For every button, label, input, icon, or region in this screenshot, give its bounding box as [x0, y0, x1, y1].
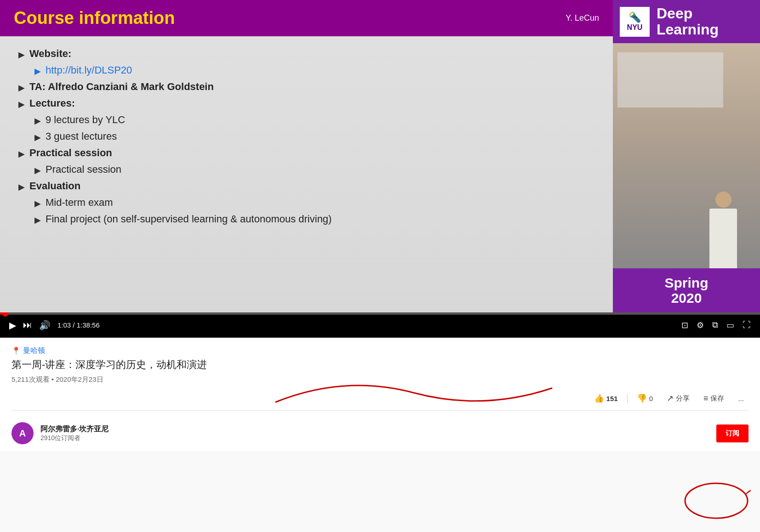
- arrow-icon: ▶: [18, 83, 25, 93]
- share-button[interactable]: ↗ 分享: [662, 391, 694, 406]
- lectures-guest: 3 guest lectures: [46, 130, 117, 142]
- final-project-text: Final project (on self-supervised learni…: [46, 213, 331, 225]
- video-player: Course information Y. LeCun ▶ Website: ▶…: [0, 0, 760, 338]
- slide-item-final: ▶ Final project (on self-supervised lear…: [34, 213, 594, 225]
- video-meta: 5,211次观看 • 2020年2月23日: [11, 375, 749, 384]
- nyu-header: 🔦 NYU Deep Learning: [613, 0, 760, 43]
- slide-header: Course information Y. LeCun: [0, 0, 613, 36]
- progress-bar[interactable]: [0, 312, 760, 315]
- location-pin-icon: 📍: [11, 346, 21, 355]
- torch-icon: 🔦: [629, 11, 641, 23]
- slide-item-evaluation: ▶ Evaluation: [18, 180, 594, 192]
- lecture-video-thumbnail: [613, 43, 760, 268]
- upload-date: 2020年2月23日: [56, 375, 103, 383]
- save-label: 保存: [710, 394, 724, 403]
- slide-body: ▶ Website: ▶ http://bit.ly/DLSP20 ▶ TA: …: [0, 36, 613, 312]
- settings-icon[interactable]: ⚙: [697, 320, 704, 330]
- arrow-icon: ▶: [34, 198, 41, 209]
- channel-avatar: A: [11, 422, 34, 444]
- location-text: 曼哈顿: [23, 346, 45, 356]
- play-button[interactable]: ▶: [9, 320, 16, 331]
- view-count: 5,211次观看: [11, 375, 50, 383]
- tuesday-evenings: Practical session: [46, 164, 121, 175]
- share-label: 分享: [676, 394, 690, 403]
- video-content: Course information Y. LeCun ▶ Website: ▶…: [0, 0, 760, 312]
- slide-item-practical: ▶ Practical session: [18, 147, 594, 159]
- arrow-icon: ▶: [18, 182, 25, 192]
- slide-item-lectures: ▶ Lectures:: [18, 97, 594, 109]
- arrow-icon: ▶: [34, 116, 41, 126]
- slide-item-website: ▶ Website:: [18, 48, 594, 60]
- video-bg: [613, 43, 760, 268]
- arrow-icon: ▶: [34, 215, 41, 225]
- volume-button[interactable]: 🔊: [39, 320, 51, 331]
- nyu-logo: 🔦 NYU: [620, 7, 650, 37]
- slide-item-3guest: ▶ 3 guest lectures: [34, 130, 594, 142]
- more-button[interactable]: ...: [733, 392, 749, 405]
- slide-area: Course information Y. LeCun ▶ Website: ▶…: [0, 0, 613, 312]
- subscribe-label: 订阅: [726, 429, 739, 437]
- time-display: 1:03 / 1:38:56: [57, 321, 100, 329]
- slide-item-9lec: ▶ 9 lectures by YLC: [34, 114, 594, 126]
- right-controls: ⊡ ⚙ ⧉ ▭ ⛶: [681, 320, 751, 330]
- slide-author: Y. LeCun: [566, 13, 599, 23]
- scribble-annotation: [682, 480, 751, 521]
- deep-learning-title: Deep Learning: [657, 6, 719, 38]
- arrow-icon: ▶: [34, 66, 41, 76]
- fullscreen-icon[interactable]: ⛶: [743, 320, 751, 330]
- arrow-icon: ▶: [34, 165, 41, 175]
- channel-subs: 2910位订阅者: [40, 434, 709, 442]
- meta-separator: •: [51, 375, 56, 383]
- midterm-text: Mid-term exam: [46, 197, 113, 209]
- channel-info: 阿尔弗雷多·坎齐亚尼 2910位订阅者: [40, 424, 709, 442]
- next-button[interactable]: ⏭: [23, 320, 32, 330]
- location-row: 📍 曼哈顿: [11, 346, 749, 356]
- divider: [627, 394, 628, 403]
- theater-icon[interactable]: ▭: [726, 320, 734, 330]
- evaluation-label: Evaluation: [29, 180, 80, 192]
- video-info-section: 📍 曼哈顿 第一周-讲座：深度学习的历史，动机和演进 5,211次观看 • 20…: [0, 338, 760, 415]
- actions-row: 👍 151 👎 0 ↗ 分享 ≡ 保存 ...: [11, 391, 749, 411]
- slide-item-ta: ▶ TA: Alfredo Canziani & Mark Goldstein: [18, 81, 594, 93]
- save-icon: ≡: [703, 394, 709, 403]
- lectures-label: Lectures:: [29, 97, 75, 109]
- video-thumbnail-area: 🔦 NYU Deep Learning: [613, 0, 760, 312]
- ta-label: TA: Alfredo Canziani & Mark Goldstein: [29, 81, 214, 93]
- svg-point-0: [685, 483, 748, 518]
- lecturer-body: [709, 209, 737, 268]
- website-label: Website:: [29, 48, 71, 60]
- arrow-icon: ▶: [34, 132, 41, 142]
- thumbs-up-icon: 👍: [594, 393, 604, 403]
- season-year: Spring 2020: [620, 275, 753, 306]
- like-count: 151: [606, 395, 618, 402]
- dislike-count: 0: [649, 395, 653, 402]
- lectures-9: 9 lectures by YLC: [46, 114, 125, 126]
- arrow-icon: ▶: [18, 149, 25, 159]
- lecturer-figure: [709, 192, 737, 268]
- whiteboard: [617, 52, 723, 108]
- share-icon: ↗: [667, 393, 674, 403]
- nyu-text: NYU: [627, 23, 643, 32]
- miniplayer-icon[interactable]: ⧉: [712, 320, 718, 330]
- lecturer-head: [715, 192, 731, 208]
- website-url[interactable]: http://bit.ly/DLSP20: [46, 64, 132, 76]
- subtitles-icon[interactable]: ⊡: [681, 320, 688, 330]
- slide-item-link: ▶ http://bit.ly/DLSP20: [34, 64, 594, 76]
- channel-name[interactable]: 阿尔弗雷多·坎齐亚尼: [40, 424, 709, 434]
- arrow-icon: ▶: [18, 50, 25, 60]
- slide-item-midterm: ▶ Mid-term exam: [34, 197, 594, 209]
- slide-item-tuesday: ▶ Practical session: [34, 164, 594, 175]
- arrow-icon: ▶: [18, 99, 25, 109]
- video-controls: ▶ ⏭ 🔊 1:03 / 1:38:56 ⊡ ⚙ ⧉ ▭ ⛶: [0, 312, 760, 338]
- nyu-footer: Spring 2020: [613, 268, 760, 312]
- dislike-button[interactable]: 👎 0: [632, 391, 657, 406]
- more-label: ...: [738, 395, 744, 402]
- subscribe-button[interactable]: 订阅: [716, 424, 749, 442]
- slide-title: Course information: [14, 8, 175, 28]
- thumbs-down-icon: 👎: [637, 393, 647, 403]
- channel-row: A 阿尔弗雷多·坎齐亚尼 2910位订阅者 订阅: [0, 415, 760, 451]
- practical-label: Practical session: [29, 147, 112, 159]
- video-title: 第一周-讲座：深度学习的历史，动机和演进: [11, 358, 749, 372]
- save-button[interactable]: ≡ 保存: [699, 391, 729, 406]
- like-button[interactable]: 👍 151: [589, 391, 623, 406]
